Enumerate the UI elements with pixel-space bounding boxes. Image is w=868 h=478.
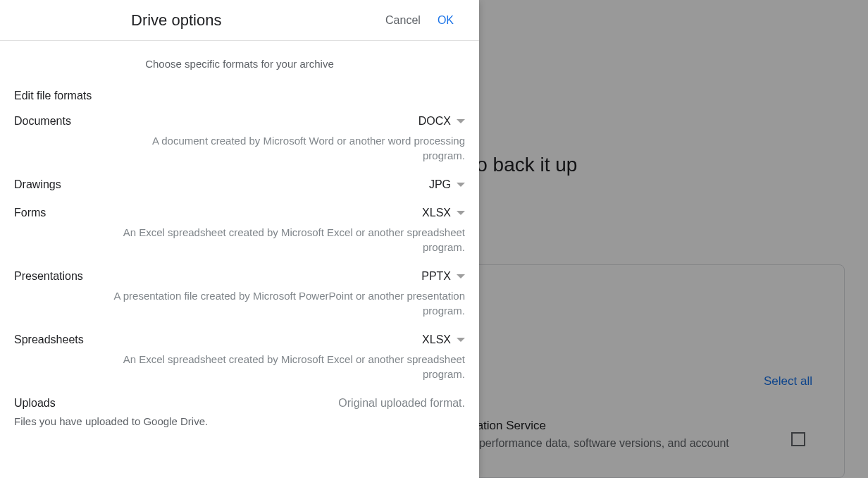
- uploads-label: Uploads: [14, 397, 56, 410]
- chevron-down-icon: [457, 119, 465, 123]
- chevron-down-icon: [457, 338, 465, 342]
- dialog-header: Drive options Cancel OK: [0, 0, 479, 41]
- spreadsheets-dropdown[interactable]: XLSX: [422, 333, 465, 346]
- documents-label: Documents: [14, 115, 71, 128]
- dialog-title: Drive options: [131, 11, 377, 30]
- ok-button[interactable]: OK: [429, 8, 462, 32]
- presentations-value: PPTX: [421, 270, 451, 283]
- forms-desc: An Excel spreadsheet created by Microsof…: [14, 225, 465, 255]
- spreadsheets-value: XLSX: [422, 333, 451, 346]
- presentations-desc: A presentation file created by Microsoft…: [14, 288, 465, 318]
- chevron-down-icon: [457, 274, 465, 278]
- uploads-value: Original uploaded format.: [338, 397, 465, 410]
- format-row-uploads: Uploads Original uploaded format. Files …: [14, 397, 465, 427]
- uploads-desc: Files you have uploaded to Google Drive.: [14, 415, 465, 427]
- format-row-forms: Forms XLSX An Excel spreadsheet created …: [14, 207, 465, 255]
- presentations-dropdown[interactable]: PPTX: [421, 270, 465, 283]
- documents-dropdown[interactable]: DOCX: [418, 115, 465, 128]
- drawings-label: Drawings: [14, 178, 61, 191]
- drive-options-dialog: Drive options Cancel OK Choose specific …: [0, 0, 479, 478]
- format-row-drawings: Drawings JPG: [14, 178, 465, 191]
- chevron-down-icon: [457, 183, 465, 187]
- documents-value: DOCX: [418, 115, 451, 128]
- documents-desc: A document created by Microsoft Word or …: [14, 133, 465, 163]
- format-row-spreadsheets: Spreadsheets XLSX An Excel spreadsheet c…: [14, 333, 465, 381]
- format-row-documents: Documents DOCX A document created by Mic…: [14, 115, 465, 163]
- forms-label: Forms: [14, 207, 46, 219]
- forms-dropdown[interactable]: XLSX: [422, 207, 465, 219]
- dialog-body: Choose specific formats for your archive…: [0, 41, 479, 457]
- forms-value: XLSX: [422, 207, 451, 219]
- cancel-button[interactable]: Cancel: [377, 8, 429, 32]
- choose-formats-text: Choose specific formats for your archive: [14, 58, 465, 70]
- drawings-dropdown[interactable]: JPG: [429, 178, 465, 191]
- format-row-presentations: Presentations PPTX A presentation file c…: [14, 270, 465, 318]
- spreadsheets-label: Spreadsheets: [14, 333, 84, 346]
- drawings-value: JPG: [429, 178, 451, 191]
- spreadsheets-desc: An Excel spreadsheet created by Microsof…: [14, 352, 465, 381]
- presentations-label: Presentations: [14, 270, 83, 283]
- edit-file-formats-title: Edit file formats: [14, 90, 465, 102]
- chevron-down-icon: [457, 211, 465, 215]
